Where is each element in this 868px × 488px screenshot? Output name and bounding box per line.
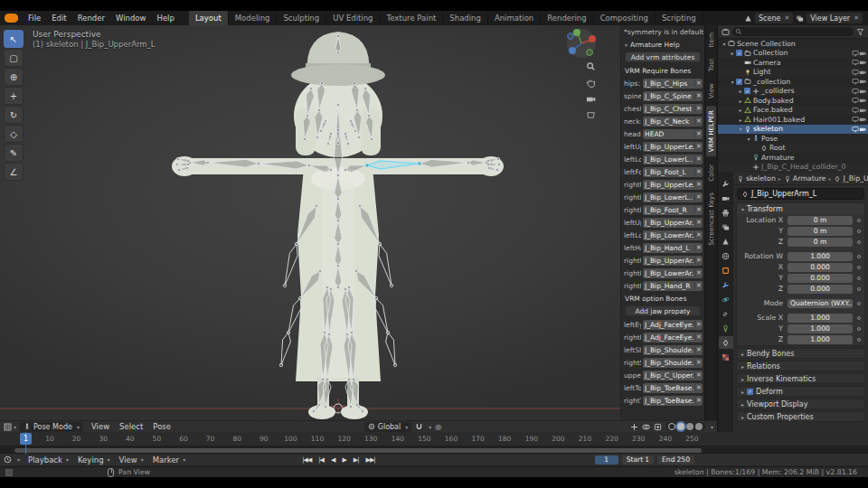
workspace-tab-animation[interactable]: Animation	[488, 11, 541, 25]
playhead[interactable]: 1	[20, 433, 32, 445]
clear-bone-icon[interactable]: ✕	[694, 181, 703, 188]
expand-arrow-icon[interactable]: ▸	[737, 98, 744, 104]
camera-toggle-icon[interactable]	[859, 59, 866, 66]
timeline-menu-playback[interactable]: Playback▾	[24, 455, 73, 465]
clear-bone-icon[interactable]: ✕	[694, 219, 703, 226]
outliner-row[interactable]: ▸Hair001.baked	[718, 115, 868, 125]
vrm-bone-target-field[interactable]: J_Adj_FaceEye..✕	[643, 333, 703, 343]
animate-decorator[interactable]	[853, 277, 864, 280]
camera-toggle-icon[interactable]	[859, 50, 866, 57]
vrm-bone-target-field[interactable]: J_Bip_Hand_L✕	[643, 243, 703, 253]
add-vrm-attributes-button[interactable]: Add vrm attributes	[625, 52, 701, 62]
rotation-mode-dropdown[interactable]: Quaternion (WXY..▾	[788, 299, 853, 308]
workspace-tab-modeling[interactable]: Modeling	[229, 11, 278, 25]
camera-toggle-icon[interactable]	[859, 107, 866, 114]
screen-toggle-icon[interactable]	[852, 88, 859, 95]
vrm-bone-target-field[interactable]: J_Bip_Shoulde..✕	[643, 358, 703, 368]
animate-decorator[interactable]	[853, 316, 864, 320]
outliner-row[interactable]: ▸Body.baked	[718, 96, 868, 106]
vrm-bone-target-field[interactable]: J_Bip_UpperLe..✕	[643, 180, 703, 190]
properties-tab-render[interactable]	[719, 192, 733, 204]
armature-overlay[interactable]	[0, 25, 717, 420]
clear-bone-icon[interactable]: ✕	[694, 143, 703, 150]
armature-help-header[interactable]: ▾ Armature Help	[621, 38, 704, 51]
properties-tab-modifiers[interactable]	[719, 278, 733, 291]
workspace-tab-rendering[interactable]: Rendering	[541, 11, 593, 25]
viewport-menu-pose[interactable]: Pose	[148, 422, 175, 431]
viewport-menu-select[interactable]: Select	[115, 422, 147, 431]
clear-bone-icon[interactable]: ✕	[694, 282, 703, 289]
screen-toggle-icon[interactable]	[852, 97, 859, 104]
camera-toggle-icon[interactable]	[859, 69, 866, 76]
vrm-bone-target-field[interactable]: J_Bip_Hand_R✕	[643, 281, 703, 291]
blender-logo-icon[interactable]	[5, 14, 18, 23]
expand-arrow-icon[interactable]: ▸	[737, 88, 744, 94]
vrm-bone-target-field[interactable]: J_Bip_C_Spine✕	[643, 91, 703, 101]
workspace-tab-compositing[interactable]: Compositing	[594, 11, 656, 25]
screen-toggle-icon[interactable]	[852, 107, 859, 114]
outliner-row[interactable]: J_Bip_C_Head_collider_0	[718, 163, 868, 173]
outliner-row[interactable]: ▸✓Collection	[718, 49, 868, 59]
value-field[interactable]: 0 m	[788, 216, 853, 225]
viewport-3d[interactable]: ↖▢⊕+↻◇✎∠ User Perspective (1) skeleton |…	[0, 25, 717, 420]
clear-bone-icon[interactable]: ✕	[694, 333, 703, 341]
clear-bone-icon[interactable]: ✕	[694, 346, 703, 353]
clear-bone-icon[interactable]: ✕	[694, 105, 703, 112]
clear-bone-icon[interactable]: ✕	[694, 231, 703, 239]
expand-arrow-icon[interactable]: ▸	[729, 50, 736, 56]
outliner-row[interactable]: ▾✓_collection	[718, 77, 868, 87]
camera-toggle-icon[interactable]	[859, 126, 866, 133]
section-relations[interactable]: ▸Relations	[736, 361, 865, 371]
outliner-row[interactable]: Light	[718, 68, 868, 78]
start-frame-field[interactable]: Start 1	[622, 455, 654, 465]
section-inverse-kinematics[interactable]: ▸Inverse Kinematics	[736, 373, 865, 384]
tool-select-box[interactable]: ▢	[4, 49, 24, 67]
clear-bone-icon[interactable]: ✕	[694, 371, 703, 379]
expand-arrow-icon[interactable]: ▾	[721, 41, 728, 47]
shading-material[interactable]	[686, 423, 693, 430]
clear-bone-icon[interactable]: ✕	[694, 155, 703, 163]
properties-tab-object-data[interactable]	[719, 322, 733, 334]
viewport-menu-view[interactable]: View	[87, 422, 114, 431]
collection-checkbox[interactable]: ✓	[744, 88, 750, 94]
clear-bone-icon[interactable]: ✕	[694, 384, 703, 391]
workspace-tab-uv-editing[interactable]: UV Editing	[326, 11, 380, 25]
properties-tab-constraints[interactable]	[719, 307, 733, 320]
animate-decorator[interactable]	[853, 338, 864, 342]
transform-panel-header[interactable]: ▾ Transform	[737, 203, 864, 214]
camera-toggle-icon[interactable]	[859, 78, 866, 85]
animate-decorator[interactable]	[853, 266, 864, 269]
workspace-tab-texture-paint[interactable]: Texture Paint	[381, 11, 444, 25]
clear-bone-icon[interactable]: ✕	[694, 321, 703, 328]
animate-decorator[interactable]	[853, 287, 864, 291]
vrm-bone-target-field[interactable]: J_Adj_FaceEye..✕	[643, 320, 703, 330]
shading-rendered[interactable]	[695, 423, 703, 430]
clear-bone-icon[interactable]: ✕	[694, 269, 703, 277]
menu-file[interactable]: File	[23, 14, 46, 23]
value-field[interactable]: 1.000	[788, 324, 853, 333]
tool-move[interactable]: +	[4, 87, 24, 105]
prev-keyframe-button[interactable]: |◀	[316, 456, 326, 464]
tool-measure[interactable]: ∠	[4, 163, 24, 181]
scene-selector[interactable]: Scene ✕	[755, 13, 793, 23]
camera-toggle-icon[interactable]	[859, 116, 866, 123]
breadcrumb-item[interactable]: Armature	[784, 174, 826, 183]
properties-tab-texture[interactable]	[719, 351, 733, 363]
clear-bone-icon[interactable]: ✕	[694, 359, 703, 366]
vrm-bone-target-field[interactable]: HEAD✕	[643, 129, 703, 139]
camera-toggle-icon[interactable]	[859, 88, 866, 95]
value-field[interactable]: 0.000	[788, 274, 853, 283]
unlink-scene-icon[interactable]: ✕	[784, 14, 789, 22]
deform-checkbox[interactable]: ✓	[747, 389, 753, 395]
value-field[interactable]: 1.000	[788, 252, 853, 261]
add-jaw-property-button[interactable]: Add jaw propaty	[625, 305, 701, 316]
properties-tab-output[interactable]	[719, 206, 733, 219]
screen-toggle-icon[interactable]	[852, 59, 859, 66]
show-overlays-toggle[interactable]	[642, 423, 650, 431]
workspace-tab-scripting[interactable]: Scripting	[656, 11, 703, 25]
vrm-bone-target-field[interactable]: J_Bip_C_Hips✕	[643, 79, 703, 89]
value-field[interactable]: 0.000	[788, 263, 853, 272]
editor-type-timeline-icon[interactable]	[4, 455, 12, 464]
sidebar-tab-vrm-helper[interactable]: VRM HELPER	[706, 106, 716, 156]
vrm-bone-target-field[interactable]: J_Bip_LowerAr..✕	[643, 230, 703, 240]
